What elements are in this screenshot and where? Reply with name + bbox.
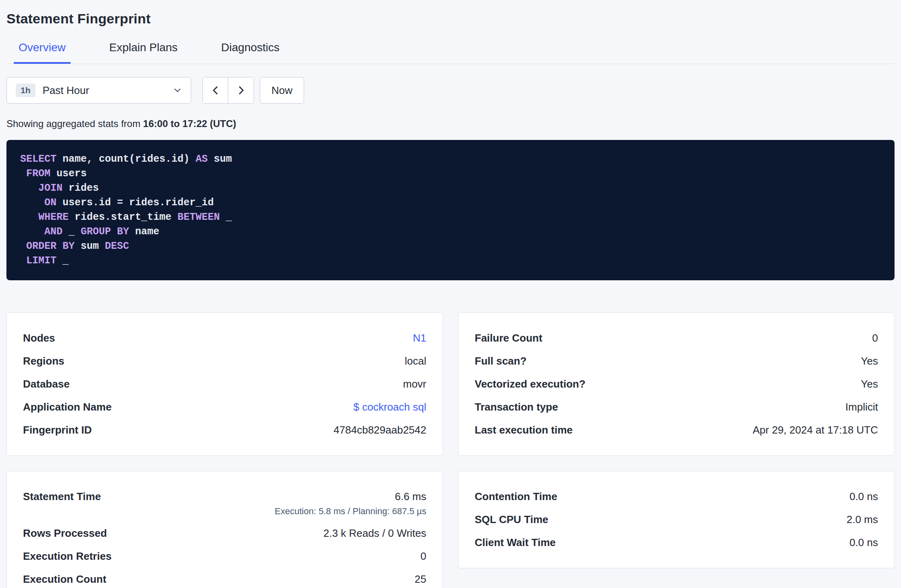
card-row: Last execution timeApr 29, 2024 at 17:18… [475, 419, 878, 442]
row-label: Vectorized execution? [475, 378, 586, 390]
sql-text [20, 226, 44, 238]
row-value: local [405, 355, 426, 367]
tab-explain-plans[interactable]: Explain Plans [104, 37, 183, 64]
status-prefix: Showing aggregated stats from [6, 118, 143, 129]
contention-stats-card: Contention Time0.0 nsSQL CPU Time2.0 msC… [458, 471, 895, 568]
row-label: Transaction type [475, 401, 558, 413]
row-value: 0.0 ns [849, 490, 878, 503]
row-label: Execution Count [23, 573, 106, 586]
sql-keyword: GROUP BY [81, 226, 129, 238]
row-label: Contention Time [475, 490, 557, 503]
statement-attributes-card: NodesN1RegionslocalDatabasemovrApplicati… [6, 313, 443, 456]
row-label: Rows Processed [23, 527, 107, 540]
interval-badge: 1h [16, 83, 35, 97]
card-row: NodesN1 [23, 327, 426, 350]
sql-text: users [50, 168, 87, 179]
sql-text: _ [63, 226, 81, 238]
row-value-wrap: Yes [861, 378, 878, 390]
row-label: Last execution time [475, 424, 573, 436]
time-controls: 1h Past Hour Now [6, 77, 895, 104]
sql-text [20, 182, 38, 194]
sql-keyword: BETWEEN [177, 211, 220, 223]
row-value: Yes [861, 355, 878, 367]
sql-keyword: DESC [105, 240, 129, 252]
time-range-label: Past Hour [43, 84, 166, 97]
row-value-wrap: 0.0 ns [849, 490, 878, 503]
row-value-wrap: 2.3 k Reads / 0 Writes [323, 527, 426, 540]
sql-statement-box: SELECT name, count(rides.id) AS sum FROM… [6, 140, 895, 280]
sql-line: SELECT name, count(rides.id) AS sum [20, 152, 881, 167]
row-value-wrap: 25 [415, 573, 426, 586]
sql-keyword: SELECT [20, 153, 56, 165]
execution-attributes-card: Failure Count0Full scan?YesVectorized ex… [458, 313, 895, 456]
row-subvalue: Execution: 5.8 ms / Planning: 687.5 µs [275, 506, 426, 517]
row-value: movr [403, 378, 426, 390]
card-row: Execution Retries0 [23, 545, 426, 568]
row-value: 0 [872, 332, 878, 344]
chevron-right-icon [236, 85, 246, 96]
card-row: Client Wait Time0.0 ns [475, 531, 878, 554]
row-value: 4784cb829aab2542 [334, 424, 426, 436]
sql-line: LIMIT _ [20, 254, 881, 268]
row-value-wrap: 0.0 ns [849, 536, 878, 549]
row-label: Failure Count [475, 332, 542, 344]
row-value-wrap: Yes [861, 355, 878, 367]
row-value-wrap: local [405, 355, 426, 367]
sql-text: rides.start_time [69, 211, 177, 223]
row-label: Statement Time [23, 490, 101, 503]
row-value: Implicit [845, 401, 878, 413]
sql-text [20, 168, 26, 179]
card-row: Statement Time6.6 msExecution: 5.8 ms / … [23, 485, 426, 522]
now-button[interactable]: Now [260, 77, 304, 104]
sql-text: name [129, 226, 159, 238]
card-row: Regionslocal [23, 350, 426, 373]
prev-range-button[interactable] [203, 77, 228, 103]
sql-keyword: ON [44, 197, 56, 209]
row-value: 2.0 ms [847, 513, 878, 526]
tab-bar: OverviewExplain PlansDiagnostics [6, 37, 895, 64]
sql-text [20, 240, 26, 252]
sql-keyword: AND [44, 226, 63, 238]
row-value-wrap: 2.0 ms [847, 513, 878, 526]
card-row: Execution Count25 [23, 568, 426, 588]
sql-line: WHERE rides.start_time BETWEEN _ [20, 210, 881, 225]
sql-text: _ [56, 255, 69, 267]
sql-text: sum [208, 153, 232, 165]
row-value-wrap: 6.6 msExecution: 5.8 ms / Planning: 687.… [275, 490, 426, 517]
row-label: Nodes [23, 332, 55, 344]
page-title: Statement Fingerprint [6, 10, 895, 27]
row-value-link[interactable]: $ cockroach sql [353, 401, 426, 413]
sql-keyword: ORDER BY [26, 240, 75, 252]
card-row: Fingerprint ID4784cb829aab2542 [23, 419, 426, 442]
chevron-left-icon [210, 85, 221, 96]
summary-cards: NodesN1RegionslocalDatabasemovrApplicati… [6, 313, 895, 588]
row-value: 0.0 ns [849, 536, 878, 549]
row-value-link[interactable]: N1 [413, 332, 426, 344]
card-row: Contention Time0.0 ns [475, 485, 878, 508]
row-label: Application Name [23, 401, 112, 413]
row-value: Yes [861, 378, 878, 390]
time-range-select[interactable]: 1h Past Hour [6, 77, 191, 104]
row-label: SQL CPU Time [475, 513, 549, 526]
chevron-down-icon [173, 86, 182, 95]
row-label: Fingerprint ID [23, 424, 92, 436]
sql-line: AND _ GROUP BY name [20, 225, 881, 239]
row-value: 2.3 k Reads / 0 Writes [323, 527, 426, 540]
row-label: Client Wait Time [475, 536, 556, 549]
sql-keyword: WHERE [38, 211, 69, 223]
row-value: 6.6 ms [395, 490, 426, 503]
sql-keyword: JOIN [38, 182, 63, 194]
sql-line: JOIN rides [20, 181, 881, 196]
row-label: Regions [23, 355, 65, 367]
tab-overview[interactable]: Overview [14, 37, 71, 64]
card-row: Application Name$ cockroach sql [23, 396, 426, 419]
tab-diagnostics[interactable]: Diagnostics [216, 37, 284, 64]
card-row: Vectorized execution?Yes [475, 373, 878, 396]
row-value-wrap: Implicit [845, 401, 878, 413]
card-row: Transaction typeImplicit [475, 396, 878, 419]
next-range-button[interactable] [228, 77, 254, 103]
sql-text [20, 197, 44, 209]
sql-text: name, count(rides.id) [56, 153, 196, 165]
sql-line: ORDER BY sum DESC [20, 239, 881, 254]
sql-text: rides [63, 182, 99, 194]
